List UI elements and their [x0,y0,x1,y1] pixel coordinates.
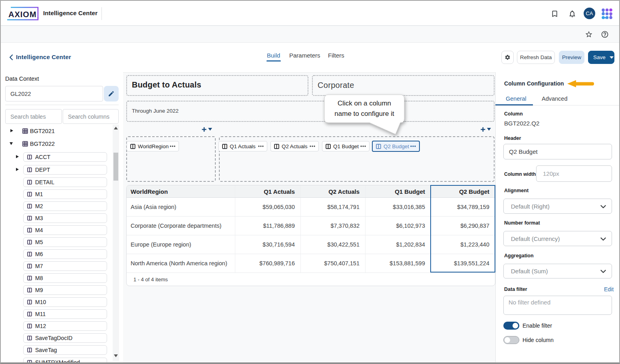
svg-text:AXIOM: AXIOM [8,10,37,19]
